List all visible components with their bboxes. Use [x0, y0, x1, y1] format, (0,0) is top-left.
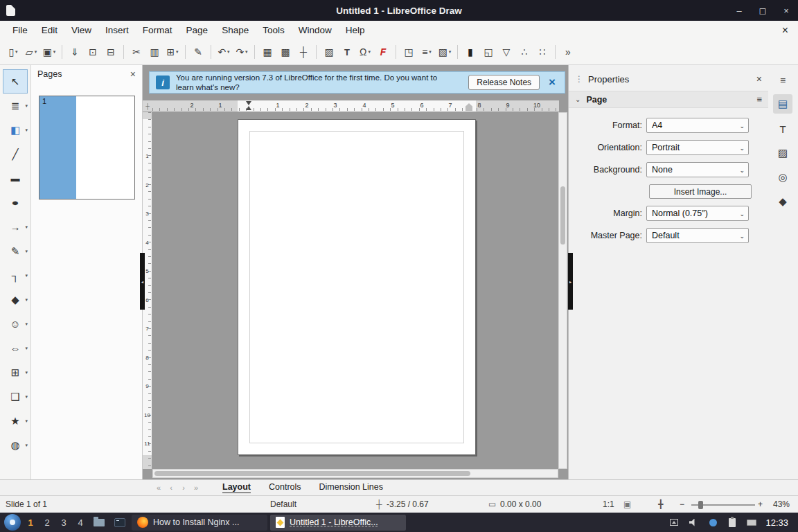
- terminal-button[interactable]: [111, 514, 129, 531]
- menu-insert[interactable]: Insert: [98, 22, 136, 38]
- zoom-slider-thumb[interactable]: [698, 501, 703, 509]
- glue-points-button[interactable]: ∷: [534, 43, 551, 61]
- menu-format[interactable]: Format: [136, 22, 179, 38]
- paste-button[interactable]: ⊞▾: [164, 43, 181, 61]
- rectangle-tool[interactable]: ▬: [3, 166, 28, 190]
- volume-tray-button[interactable]: [685, 514, 702, 531]
- dropdown-arrow-icon[interactable]: ▾: [25, 346, 28, 351]
- last-page-nav-icon[interactable]: »: [190, 484, 202, 492]
- panel-toggle-tray-button[interactable]: [666, 514, 682, 531]
- collapse-chevron-icon[interactable]: ⌄: [575, 96, 580, 103]
- callout-shapes-tool[interactable]: ❑▾: [3, 384, 28, 409]
- tab-layout[interactable]: Layout: [213, 480, 260, 495]
- menu-window[interactable]: Window: [292, 22, 339, 38]
- page-thumbnail[interactable]: [39, 96, 135, 200]
- 3d-objects-tool[interactable]: ◍▾: [3, 433, 28, 457]
- workspace-2[interactable]: 2: [40, 517, 54, 528]
- display-snap-guides-button[interactable]: ┼: [295, 43, 312, 61]
- sidebar-settings-icon[interactable]: ≡: [773, 72, 792, 89]
- taskbar-window-draw[interactable]: Untitled 1 - LibreOffic...: [270, 515, 406, 531]
- export-pdf-button[interactable]: ⇓: [66, 43, 83, 61]
- save-button[interactable]: ▣▾: [41, 43, 57, 61]
- orientation-select[interactable]: Portrait⌄: [646, 140, 749, 155]
- redo-button[interactable]: ↷▾: [233, 43, 250, 61]
- background-select[interactable]: None⌄: [646, 162, 749, 177]
- fill-color-tool[interactable]: ◧▾: [3, 118, 28, 142]
- next-page-nav-icon[interactable]: ›: [177, 484, 190, 492]
- dropdown-arrow-icon[interactable]: ▾: [25, 443, 28, 448]
- ruler-margin-marker[interactable]: [246, 101, 252, 111]
- close-sidebar-icon[interactable]: ×: [756, 73, 762, 85]
- menu-help[interactable]: Help: [339, 22, 372, 38]
- edit-points-button[interactable]: ∴: [516, 43, 533, 61]
- undo-button[interactable]: ↶▾: [215, 43, 232, 61]
- menu-file[interactable]: File: [6, 22, 35, 38]
- menu-page[interactable]: Page: [179, 22, 215, 38]
- vertical-scrollbar-thumb[interactable]: [560, 186, 565, 245]
- tab-dimension-lines[interactable]: Dimension Lines: [310, 480, 392, 495]
- tab-controls[interactable]: Controls: [260, 480, 310, 495]
- toolbar-overflow-button[interactable]: »: [560, 43, 576, 61]
- new-document-button[interactable]: ▯▾: [5, 43, 21, 61]
- document-page[interactable]: [238, 119, 476, 455]
- insert-image-button[interactable]: Insert Image...: [649, 184, 752, 199]
- dropdown-arrow-icon[interactable]: ▾: [176, 49, 179, 55]
- master-page-select[interactable]: Default⌄: [646, 228, 749, 243]
- open-file-button[interactable]: ▱▾: [23, 43, 39, 61]
- keyboard-tray-button[interactable]: [743, 514, 760, 531]
- align-objects-button[interactable]: ≡▾: [418, 43, 435, 61]
- cut-button[interactable]: ✂: [128, 43, 145, 61]
- snap-to-grid-button[interactable]: ▩: [277, 43, 294, 61]
- first-page-nav-icon[interactable]: «: [152, 484, 165, 492]
- format-select[interactable]: A4⌄: [646, 118, 749, 133]
- dropdown-arrow-icon[interactable]: ▾: [35, 49, 37, 55]
- dropdown-arrow-icon[interactable]: ▾: [25, 394, 28, 400]
- crop-image-button[interactable]: ◱: [480, 43, 497, 61]
- margin-select[interactable]: Normal (0.75″)⌄: [646, 206, 749, 221]
- menu-edit[interactable]: Edit: [35, 22, 64, 38]
- navigator-deck[interactable]: ◎: [773, 168, 792, 187]
- dropdown-arrow-icon[interactable]: ▾: [53, 49, 56, 55]
- page-section-header[interactable]: ⌄ Page ≡: [569, 91, 768, 108]
- zoom-percent-label[interactable]: 43%: [773, 499, 790, 509]
- menu-view[interactable]: View: [64, 22, 98, 38]
- previous-page-nav-icon[interactable]: ‹: [165, 484, 177, 492]
- clone-formatting-button[interactable]: ✎: [190, 43, 206, 61]
- insert-image-button[interactable]: ▨: [321, 43, 337, 61]
- block-arrows-tool[interactable]: ⇔▾: [3, 336, 28, 360]
- curves-polygons-tool[interactable]: ✎▾: [3, 239, 28, 263]
- hide-left-panel-handle[interactable]: ◂: [140, 253, 145, 310]
- dropdown-arrow-icon[interactable]: ▾: [25, 127, 28, 133]
- line-color-tool[interactable]: ≣▾: [3, 94, 28, 118]
- lines-arrows-tool[interactable]: →▾: [3, 215, 28, 239]
- ruler-corner[interactable]: ┼: [143, 100, 152, 112]
- zoom-out-button[interactable]: −: [680, 499, 684, 509]
- stars-banners-tool[interactable]: ★▾: [3, 409, 28, 433]
- print-button[interactable]: ⊟: [103, 43, 119, 61]
- dropdown-arrow-icon[interactable]: ▾: [449, 49, 452, 55]
- dropdown-arrow-icon[interactable]: ▾: [15, 49, 18, 55]
- scale-label[interactable]: 1:1: [603, 499, 614, 509]
- dropdown-arrow-icon[interactable]: ▾: [245, 49, 248, 55]
- dropdown-arrow-icon[interactable]: ▾: [429, 49, 432, 55]
- properties-deck[interactable]: ▤: [773, 94, 792, 114]
- network-tray-button[interactable]: [704, 514, 721, 531]
- workspace-1[interactable]: 1: [24, 517, 37, 528]
- fit-slide-icon[interactable]: ╋: [658, 499, 663, 509]
- horizontal-scrollbar[interactable]: [152, 469, 558, 478]
- hide-right-panel-handle[interactable]: ▸: [568, 253, 573, 310]
- insert-line-tool[interactable]: ╱: [3, 142, 28, 166]
- dropdown-arrow-icon[interactable]: ▾: [368, 49, 371, 55]
- filter-button[interactable]: ▽: [498, 43, 515, 61]
- basic-shapes-tool[interactable]: ◆▾: [3, 287, 28, 312]
- dropdown-arrow-icon[interactable]: ▾: [227, 49, 230, 55]
- transformations-button[interactable]: ◳: [400, 43, 417, 61]
- display-grid-button[interactable]: ▦: [259, 43, 276, 61]
- arrange-button[interactable]: ▧▾: [436, 43, 453, 61]
- zoom-in-button[interactable]: +: [758, 499, 763, 509]
- fontwork-button[interactable]: F: [375, 43, 391, 61]
- dropdown-arrow-icon[interactable]: ▾: [25, 418, 28, 424]
- clipboard-tray-button[interactable]: [724, 514, 741, 531]
- taskbar-window-firefox[interactable]: How to Install Nginx ...: [132, 515, 267, 531]
- workspace-4[interactable]: 4: [73, 517, 87, 528]
